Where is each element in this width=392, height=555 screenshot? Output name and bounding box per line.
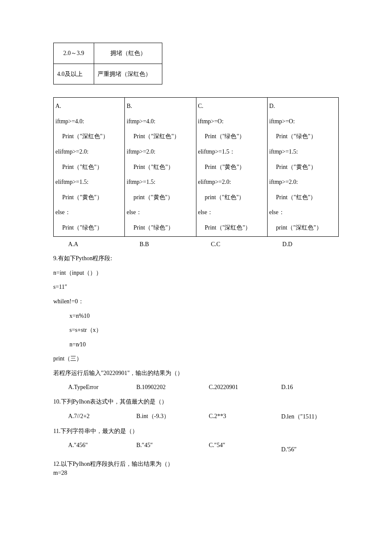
option-c: C.C — [196, 240, 268, 249]
code-line: iftmp>=O: — [196, 114, 267, 129]
code-line: iftmp>=4.0: — [125, 114, 196, 129]
code-option-d: D. iftmp>=O: Print（″绿色"） iftmp>=1.5: Pri… — [267, 98, 338, 236]
code-option-c: C. iftmp>=O: Print（"绿色"） eliftmp>=1.5： P… — [196, 98, 267, 236]
code-line: else： — [125, 205, 196, 220]
code-option-b: B. iftmp>=4.0: Print（″深红色"） iftmp>=2.0: … — [125, 98, 196, 236]
code-line: Print（"红色"） — [268, 190, 338, 205]
code-line: print（"深红色"） — [268, 220, 338, 235]
option-a: A.TypeError — [53, 383, 121, 392]
code-line: Print（"深红色"） — [54, 129, 124, 144]
code-line: eliftmp>=2.0: — [196, 174, 267, 190]
code-line: Print（"红色"） — [125, 160, 196, 175]
option-header: C. — [196, 99, 267, 114]
code-line: print（三） — [53, 355, 339, 363]
q11-title: 11.下列字符串中，最大的是（） — [53, 427, 339, 436]
code-line: iftmp>=1.5: — [268, 144, 338, 160]
option-d: D.16 — [266, 383, 334, 392]
code-line: s=s+str（x） — [53, 326, 339, 334]
option-b: B.int（-9.3） — [121, 412, 194, 421]
code-line: iftmp>=2.0: — [268, 174, 338, 190]
q12-title: 12.以下PyIhon程序段执行后，输出结果为（） — [53, 460, 339, 468]
q10-title: 10.下列PyIhon表达式中，其值最大的是（） — [53, 398, 339, 406]
code-line: Print（″绿色″） — [54, 220, 124, 235]
option-header: B. — [125, 99, 196, 114]
code-line: Print（″黄色"） — [268, 160, 338, 175]
code-line: Print（"红色"） — [54, 160, 124, 175]
option-b: B.B — [125, 240, 196, 249]
code-line: print（″黄色"） — [125, 190, 196, 205]
option-d: D.len（″1511） — [266, 412, 334, 421]
code-line: Print（"黄色"） — [196, 160, 267, 175]
code-line: whilen!=0： — [53, 297, 339, 306]
q8-options: A.A B.B C.C D.D — [53, 240, 339, 249]
option-a: A."456" — [53, 441, 121, 450]
code-line: s=11″ — [53, 283, 339, 291]
q11-options: A."456" B.″45″ C.″54″ D.'56″ — [53, 441, 339, 454]
code-option-a: A. iftmp>=4.0: Print（"深红色"） eliftmp>=2.0… — [54, 98, 125, 236]
table-cell: 拥堵（红色） — [94, 43, 162, 64]
code-line: Print（"深红色"） — [196, 220, 267, 235]
option-b: B.10902202 — [121, 383, 194, 392]
code-line: Print（″绿色"） — [268, 129, 338, 144]
code-line: eliftmp>=2.0: — [54, 144, 124, 160]
option-header: A. — [54, 99, 124, 114]
code-line: else： — [54, 205, 124, 220]
code-line: n=n⁄10 — [53, 340, 339, 349]
option-a: A.A — [53, 240, 125, 249]
q10-options: A.7//2+2 B.int（-9.3） C.2**3 D.len（″1511） — [53, 412, 339, 421]
table-cell: 严重拥堵（深红色） — [94, 64, 162, 84]
code-line: eliftmp>=1.5： — [196, 144, 267, 160]
code-line: x=n%10 — [53, 312, 339, 320]
option-c: C.″54″ — [194, 441, 266, 450]
code-options-table: A. iftmp>=4.0: Print（"深红色"） eliftmp>=2.0… — [53, 97, 339, 236]
code-line: Print（"绿色"） — [196, 129, 267, 144]
q9-prompt: 若程序运行后输入"20220901"，输出的结果为（） — [53, 369, 339, 378]
q9-options: A.TypeError B.10902202 C.20220901 D.16 — [53, 383, 339, 392]
code-line: iftmp>=4.0: — [54, 114, 124, 129]
code-line: iftmp>=1.5: — [125, 174, 196, 190]
code-line: print（"红色"） — [196, 190, 267, 205]
option-b: B.″45″ — [121, 441, 194, 450]
option-d: D.'56″ — [266, 441, 334, 454]
option-header: D. — [268, 99, 338, 114]
code-line: else： — [268, 205, 338, 220]
table-cell: 2.0～3.9 — [54, 43, 94, 64]
code-line: iftmp>=O: — [268, 114, 338, 129]
code-line: Print（″绿色″） — [125, 220, 196, 235]
congestion-table: 2.0～3.9 拥堵（红色） 4.0及以上 严重拥堵（深红色） — [53, 43, 162, 84]
code-line: Print（″黄色″） — [54, 190, 124, 205]
code-line: n=int（input（）） — [53, 269, 339, 277]
code-line: iftmp>=2.0: — [125, 144, 196, 160]
q9-title: 9.有如下Python程序段: — [53, 254, 339, 263]
code-line: eliftmp>=1.5: — [54, 174, 124, 190]
code-line: m=28 — [53, 469, 339, 477]
option-c: C.20220901 — [194, 383, 266, 392]
code-line: else： — [196, 205, 267, 220]
option-d: D.D — [268, 240, 339, 249]
option-a: A.7//2+2 — [53, 412, 121, 421]
code-line: Print（″深红色"） — [125, 129, 196, 144]
table-cell: 4.0及以上 — [54, 64, 94, 84]
option-c: C.2**3 — [194, 412, 266, 421]
